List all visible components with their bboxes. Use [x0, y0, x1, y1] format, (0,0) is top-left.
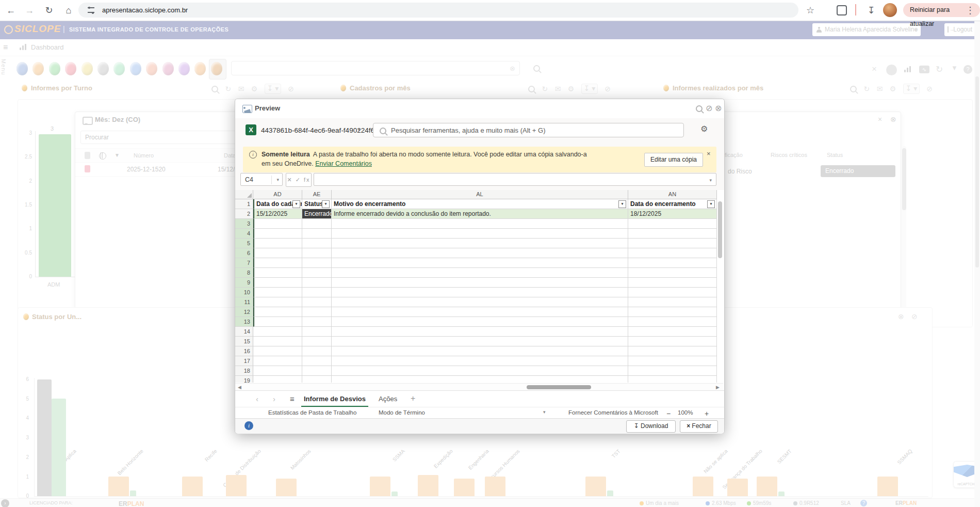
cell-AN15[interactable]	[628, 337, 717, 346]
cell-AE3[interactable]	[302, 219, 332, 229]
cell-AN7[interactable]	[628, 258, 717, 268]
row-header-13[interactable]: 13	[235, 317, 253, 327]
row-header-4[interactable]: 4	[235, 229, 253, 239]
cell-AE7[interactable]	[302, 258, 332, 268]
cell-AL1[interactable]: Motivo do encerramento▾	[332, 199, 628, 209]
filename-caret-icon[interactable]: ▾	[358, 127, 361, 133]
feedback-button[interactable]: Fornecer Comentários à Microsoft	[568, 409, 658, 416]
row-header-10[interactable]: 10	[235, 288, 253, 297]
cell-name-box[interactable]: C4 ▾	[240, 173, 283, 186]
cell-AL14[interactable]	[332, 327, 628, 337]
cell-AD11[interactable]	[253, 297, 302, 307]
cell-AL12[interactable]	[332, 307, 628, 317]
cell-AN14[interactable]	[628, 327, 717, 337]
sheet-list-icon[interactable]: ≡	[290, 394, 295, 403]
sheet-prev-icon[interactable]: ‹	[256, 394, 258, 403]
cell-AN17[interactable]	[628, 356, 717, 366]
cell-AD7[interactable]	[253, 258, 302, 268]
cell-AL2[interactable]: Informe encerrado devido a conclusão do …	[332, 209, 628, 219]
cell-AD1[interactable]: Data do cadastro▾	[253, 199, 302, 209]
cell-AL3[interactable]	[332, 219, 628, 229]
fechar-button[interactable]: ×Fechar	[680, 420, 718, 433]
row-header-3[interactable]: 3	[235, 219, 253, 229]
bookmark-star-icon[interactable]: ☆	[804, 4, 817, 17]
filter-dropdown-icon[interactable]: ▾	[618, 200, 626, 208]
cell-AL16[interactable]	[332, 346, 628, 356]
cell-AD13[interactable]	[253, 317, 302, 327]
sheet-tab-acoes[interactable]: Ações	[379, 395, 397, 403]
cell-AN16[interactable]	[628, 346, 717, 356]
row-header-16[interactable]: 16	[235, 346, 253, 356]
column-header-AD[interactable]: AD	[253, 190, 302, 199]
modal-block-icon[interactable]: ⊘	[706, 104, 712, 113]
cell-AN1[interactable]: Data do encerramento▾	[628, 199, 717, 209]
cell-AE9[interactable]	[302, 278, 332, 288]
grid-vscrollbar[interactable]	[718, 200, 723, 371]
grid-hscrollbar[interactable]: ◀ ▶	[235, 383, 723, 391]
cell-AN19[interactable]	[628, 376, 717, 383]
cell-AL6[interactable]	[332, 248, 628, 258]
cell-AL17[interactable]	[332, 356, 628, 366]
cell-AL11[interactable]	[332, 297, 628, 307]
browser-avatar[interactable]	[883, 3, 897, 17]
browser-forward-icon[interactable]: →	[23, 4, 36, 17]
column-header-AN[interactable]: AN	[628, 190, 717, 199]
cell-AE1[interactable]: Status▾	[302, 199, 332, 209]
browser-menu-kebab-icon[interactable]: ⋮	[963, 4, 977, 17]
workbook-stats-button[interactable]: Estatísticas de Pasta de Trabalho	[268, 409, 356, 416]
cell-AL10[interactable]	[332, 288, 628, 297]
browser-home-icon[interactable]: ⌂	[62, 4, 75, 17]
cell-AE10[interactable]	[302, 288, 332, 297]
row-header-17[interactable]: 17	[235, 356, 253, 366]
cell-AD8[interactable]	[253, 268, 302, 278]
extensions-icon[interactable]	[837, 5, 847, 15]
browser-reload-icon[interactable]: ↻	[42, 4, 56, 17]
cell-AE18[interactable]	[302, 366, 332, 376]
info-icon[interactable]: i	[244, 421, 253, 430]
grid-vscrollbar-thumb[interactable]	[718, 201, 722, 258]
modal-close-icon[interactable]: ⊗	[715, 104, 722, 113]
cell-AE15[interactable]	[302, 337, 332, 346]
row-header-15[interactable]: 15	[235, 337, 253, 346]
cell-AN8[interactable]	[628, 268, 717, 278]
cell-AL18[interactable]	[332, 366, 628, 376]
cell-AD3[interactable]	[253, 219, 302, 229]
edit-copy-button[interactable]: Editar uma cópia	[644, 153, 703, 167]
filter-dropdown-icon[interactable]: ▾	[322, 200, 330, 208]
row-header-18[interactable]: 18	[235, 366, 253, 376]
cell-AE13[interactable]	[302, 317, 332, 327]
cell-AD2[interactable]: 15/12/2025	[253, 209, 302, 219]
cell-AE6[interactable]	[302, 248, 332, 258]
select-all-corner[interactable]	[235, 190, 253, 199]
cell-AD6[interactable]	[253, 248, 302, 258]
cell-AD17[interactable]	[253, 356, 302, 366]
cell-AN9[interactable]	[628, 278, 717, 288]
row-header-11[interactable]: 11	[235, 297, 253, 307]
row-header-6[interactable]: 6	[235, 248, 253, 258]
cell-AE2[interactable]: Encerrado	[302, 209, 332, 219]
zoom-level[interactable]: 100%	[678, 409, 693, 416]
cell-AL19[interactable]	[332, 376, 628, 383]
column-header-AL[interactable]: AL	[332, 190, 628, 199]
cell-AD15[interactable]	[253, 337, 302, 346]
cell-AE4[interactable]	[302, 229, 332, 239]
row-header-5[interactable]: 5	[235, 239, 253, 248]
row-header-19[interactable]: 19	[235, 376, 253, 383]
cell-AL13[interactable]	[332, 317, 628, 327]
row-header-9[interactable]: 9	[235, 278, 253, 288]
cell-AD5[interactable]	[253, 239, 302, 248]
formula-buttons[interactable]: ✕ ✓ fx	[286, 173, 312, 187]
cell-AD4[interactable]	[253, 229, 302, 239]
statusbar-caret-icon[interactable]: ▾	[543, 409, 546, 415]
namebox-caret-icon[interactable]: ▾	[276, 173, 279, 186]
zoom-out-icon[interactable]: −	[666, 409, 671, 418]
cell-AN5[interactable]	[628, 239, 717, 248]
workbook-filename[interactable]: 4437861b-684f-4ec6-9eaf-f490224f6420	[261, 126, 386, 134]
cell-AL4[interactable]	[332, 229, 628, 239]
column-header-AE[interactable]: AE	[302, 190, 332, 199]
cell-AD18[interactable]	[253, 366, 302, 376]
cell-AD16[interactable]	[253, 346, 302, 356]
filter-dropdown-icon[interactable]: ▾	[707, 200, 715, 208]
banner-close-icon[interactable]: ×	[707, 150, 711, 157]
cell-AL7[interactable]	[332, 258, 628, 268]
